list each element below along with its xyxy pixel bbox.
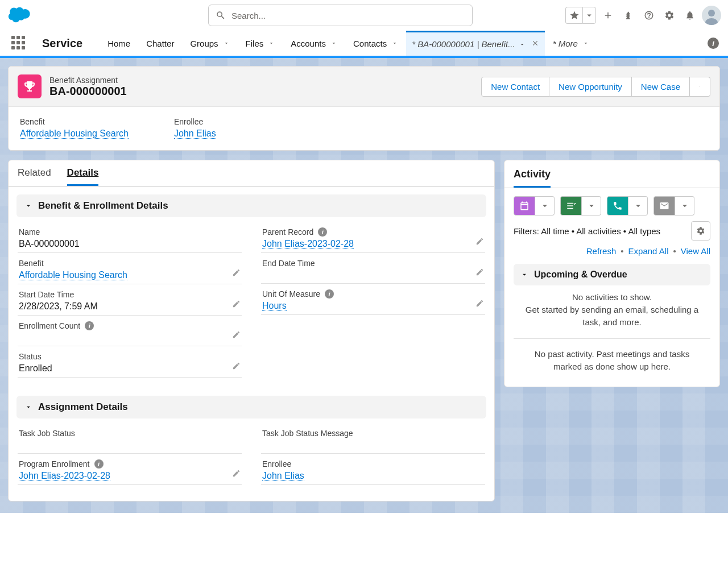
edit-parent-button[interactable] bbox=[475, 237, 484, 248]
send-email-button[interactable] bbox=[653, 196, 694, 215]
nav-open-tab[interactable]: * BA-000000001 | Benefit... bbox=[406, 31, 545, 56]
edit-start-button[interactable] bbox=[232, 300, 241, 310]
no-activities-text: No activities to show. bbox=[524, 291, 700, 304]
app-name: Service bbox=[42, 37, 82, 50]
favorites-button[interactable] bbox=[565, 7, 596, 24]
uom-link[interactable]: Hours bbox=[262, 301, 287, 311]
phone-icon bbox=[613, 201, 623, 211]
notifications-button[interactable] bbox=[681, 7, 698, 24]
pencil-icon bbox=[232, 300, 241, 308]
pencil-icon bbox=[232, 268, 241, 277]
record-type-label: Benefit Assignment bbox=[49, 76, 127, 85]
summary-enrollee-link[interactable]: John Elias bbox=[174, 129, 216, 139]
user-avatar[interactable] bbox=[702, 6, 721, 25]
edit-end-button[interactable] bbox=[475, 268, 484, 279]
nav-files[interactable]: Files bbox=[238, 31, 283, 56]
pencil-icon bbox=[475, 299, 484, 308]
tab-activity[interactable]: Activity bbox=[514, 168, 551, 188]
field-enrollee: Enrollee John Elias bbox=[261, 454, 485, 485]
summary-benefit-link[interactable]: Affordable Housing Search bbox=[20, 129, 129, 139]
info-icon[interactable]: i bbox=[325, 289, 334, 299]
chevron-down-icon bbox=[586, 201, 597, 211]
activity-card: Activity Filters: All time • All activit… bbox=[504, 160, 720, 387]
chevron-down-icon bbox=[540, 201, 550, 211]
chevron-down-icon bbox=[633, 201, 643, 211]
field-start-date: Start Date Time 2/28/2023, 7:59 AM bbox=[18, 284, 242, 316]
trailhead-button[interactable] bbox=[620, 7, 637, 24]
tab-details[interactable]: Details bbox=[67, 167, 99, 186]
chevron-down-icon bbox=[24, 202, 32, 210]
field-task-job-status-message: Task Job Status Message bbox=[261, 423, 485, 454]
chevron-down-icon bbox=[520, 271, 528, 279]
new-task-button[interactable] bbox=[560, 196, 601, 215]
section-benefit-enrollment[interactable]: Benefit & Enrollment Details bbox=[16, 194, 486, 217]
trailhead-icon bbox=[623, 10, 634, 20]
summary-benefit-label: Benefit bbox=[20, 117, 129, 126]
edit-status-button[interactable] bbox=[232, 362, 241, 372]
record-header-card: Benefit Assignment BA-000000001 New Cont… bbox=[8, 66, 720, 151]
upcoming-overdue-section[interactable]: Upcoming & Overdue bbox=[514, 264, 710, 285]
avatar-icon bbox=[702, 6, 721, 25]
info-icon[interactable]: i bbox=[318, 227, 327, 237]
nav-groups[interactable]: Groups bbox=[182, 31, 237, 56]
gear-icon bbox=[664, 10, 675, 20]
bell-icon bbox=[685, 10, 695, 20]
field-end-date: End Date Time bbox=[261, 253, 485, 284]
log-call-button[interactable] bbox=[607, 196, 648, 215]
chevron-down-icon bbox=[330, 40, 337, 47]
refresh-link[interactable]: Refresh bbox=[586, 246, 617, 256]
star-icon bbox=[569, 10, 580, 20]
pencil-icon bbox=[232, 362, 241, 370]
activity-filters-text: Filters: All time • All activities • All… bbox=[514, 226, 660, 236]
info-icon[interactable]: i bbox=[85, 321, 94, 330]
nav-home[interactable]: Home bbox=[100, 31, 138, 56]
nav-more[interactable]: * More bbox=[545, 31, 597, 56]
program-enrollment-link[interactable]: John Elias-2023-02-28 bbox=[19, 471, 110, 481]
tab-related[interactable]: Related bbox=[18, 167, 51, 186]
no-past-activity-text: No past activity. Past meetings and task… bbox=[514, 339, 710, 375]
pencil-icon bbox=[232, 469, 241, 478]
nav-accounts[interactable]: Accounts bbox=[283, 31, 345, 56]
app-nav: Service Home Chatter Groups Files Accoun… bbox=[0, 31, 728, 56]
help-button[interactable] bbox=[640, 7, 657, 24]
parent-record-link[interactable]: John Elias-2023-02-28 bbox=[262, 239, 354, 249]
more-actions-button[interactable] bbox=[690, 77, 710, 97]
view-all-link[interactable]: View All bbox=[681, 246, 710, 256]
benefit-link[interactable]: Affordable Housing Search bbox=[19, 270, 127, 280]
close-tab-button[interactable] bbox=[531, 39, 539, 49]
chevron-down-icon bbox=[582, 40, 589, 47]
salesforce-logo-icon bbox=[7, 7, 32, 24]
summary-enrollee-label: Enrollee bbox=[174, 117, 216, 126]
chevron-down-icon bbox=[680, 201, 690, 211]
svg-point-1 bbox=[708, 10, 715, 16]
new-contact-button[interactable]: New Contact bbox=[481, 77, 549, 97]
edit-benefit-button[interactable] bbox=[232, 268, 241, 279]
edit-enrollcount-button[interactable] bbox=[232, 330, 241, 341]
global-add-button[interactable] bbox=[599, 7, 617, 24]
search-icon bbox=[216, 10, 226, 20]
chevron-down-icon[interactable] bbox=[519, 41, 526, 48]
nav-chatter[interactable]: Chatter bbox=[138, 31, 182, 56]
expand-all-link[interactable]: Expand All bbox=[628, 246, 669, 256]
edit-uom-button[interactable] bbox=[475, 299, 484, 310]
nav-help-icon[interactable]: i bbox=[708, 38, 719, 49]
info-icon[interactable]: i bbox=[94, 459, 104, 469]
setup-button[interactable] bbox=[661, 7, 678, 24]
pencil-icon bbox=[232, 330, 241, 339]
field-program-enrollment: Program Enrollmenti John Elias-2023-02-2… bbox=[18, 454, 242, 485]
new-case-button[interactable]: New Case bbox=[632, 77, 690, 97]
section-assignment-details[interactable]: Assignment Details bbox=[16, 396, 486, 418]
app-launcher-icon[interactable] bbox=[11, 36, 26, 51]
edit-progenr-button[interactable] bbox=[232, 469, 241, 480]
chevron-down-icon bbox=[268, 40, 275, 47]
chevron-down-icon bbox=[24, 403, 32, 411]
new-event-button[interactable] bbox=[514, 196, 555, 215]
global-search[interactable]: Search... bbox=[208, 5, 473, 26]
new-opportunity-button[interactable]: New Opportunity bbox=[549, 77, 632, 97]
activity-settings-button[interactable] bbox=[691, 221, 710, 241]
global-header: Search... bbox=[0, 0, 728, 31]
chevron-down-icon bbox=[223, 40, 230, 47]
enrollee-link[interactable]: John Elias bbox=[262, 471, 304, 481]
record-type-icon bbox=[18, 74, 42, 98]
nav-contacts[interactable]: Contacts bbox=[345, 31, 406, 56]
